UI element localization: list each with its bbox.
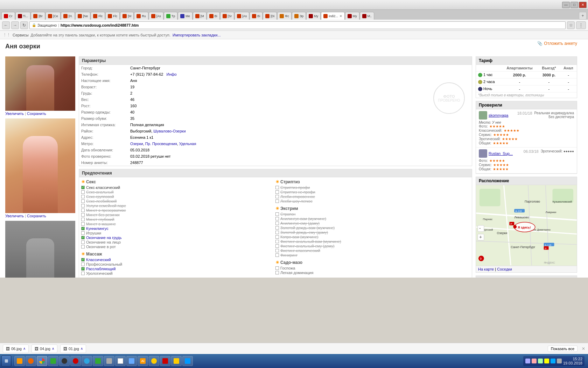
photo-3[interactable]: [5, 221, 75, 278]
review-2-overall-stars: Общая: ★★★★★: [479, 167, 539, 171]
param-metro: Метро: Озерки, Пр. Просвещения, Удельная: [79, 141, 472, 147]
tab-pj-h[interactable]: [H.: [61, 12, 75, 20]
pref-extreme-title: ☀ Экстрим: [275, 206, 470, 211]
tariff-row-2h: 2 часа - - -: [476, 79, 577, 86]
massage-relax-link[interactable]: Расслабляющий: [86, 267, 115, 271]
tab-flc2[interactable]: Flc: [105, 12, 120, 20]
pref-fisting-anal-f: Фистинг-анальный-ему (дому): [275, 244, 470, 248]
pref-fisting-classic: Фистинг-классический: [275, 248, 470, 253]
photo-2[interactable]: [5, 118, 75, 213]
save-2-link[interactable]: Сохранить: [27, 214, 46, 218]
tab-bi2[interactable]: Bi: [250, 12, 262, 20]
bookmark-btn[interactable]: ☆: [567, 21, 575, 29]
pref-finish-chest: Окончание на грудь: [81, 236, 275, 240]
save-1-link[interactable]: Сохранить: [27, 111, 46, 116]
tab-me[interactable]: Me: [178, 12, 192, 20]
photo-verified-stamp: ФОТО ПРОВЕРЕНО: [433, 82, 465, 114]
review-2-avatar: [479, 149, 487, 158]
tab-pj-m2[interactable]: [M: [193, 12, 206, 20]
params-header: Параметры: [79, 57, 472, 65]
minimize-btn[interactable]: —: [562, 2, 570, 8]
map-link[interactable]: На карте: [478, 267, 494, 271]
tab-active[interactable]: indi2...✕: [321, 12, 345, 20]
tariff-header: Тариф: [476, 57, 577, 65]
metro-link-3[interactable]: Удельная: [179, 142, 196, 146]
tab-flc1[interactable]: Flc: [91, 12, 105, 20]
address-bar[interactable]: 🔒 Защищено | https://www.rusdosug.com/in…: [29, 21, 566, 29]
pref-col-right: ☀ Стриптиз Стриптиз-профи Стриптиз не-пр…: [275, 179, 470, 278]
review-2: Ruslan_Sup... 06.03/18 Фото: ★★★★★ Серви…: [476, 148, 577, 173]
pref-sex-anal: Секс-анальный: [81, 190, 275, 194]
photo-1-links: Увеличить | Сохранить: [5, 111, 75, 116]
settings-btn[interactable]: ⋮: [576, 21, 586, 29]
pref-golden-m: Золотой дождь-вам (мужчине): [275, 226, 470, 230]
review-1-notes: Реальная индивидуалка Без диспетчера: [534, 111, 574, 145]
photo-1[interactable]: [5, 56, 75, 111]
massage-classic-link[interactable]: Классический: [86, 258, 111, 262]
forward-btn[interactable]: →: [11, 21, 19, 29]
cunnilingus-link[interactable]: Куннилингус: [86, 226, 108, 231]
close-btn[interactable]: ✕: [579, 2, 587, 8]
finish-chest-link[interactable]: Окончание на грудь: [86, 236, 121, 240]
svg-point-24: [513, 225, 517, 229]
tab-my1[interactable]: My: [306, 12, 321, 20]
enlarge-2-link[interactable]: Увеличить: [5, 214, 24, 218]
tab-bi[interactable]: Bi: [207, 12, 220, 20]
review-2-service-stars: Сервис: ★★★★★: [479, 163, 539, 167]
review-2-meta: Ruslan_Sup... 06.03/18: [479, 149, 539, 158]
param-chest: Грудь: 2: [79, 90, 472, 96]
tab-ru[interactable]: Ru: [134, 12, 148, 20]
preferences-grid: ☀ Секс Секс-классический Секс-анальный С…: [79, 177, 472, 278]
refresh-btn[interactable]: ↻: [20, 21, 28, 29]
time-dark-icon: [478, 87, 482, 91]
tab-fc[interactable]: Фс: [277, 12, 291, 20]
tab-pj-br[interactable]: [Br: [31, 12, 45, 20]
pref-sex: ☀ Секс Секс-классический Секс-анальный С…: [81, 179, 275, 249]
param-age: Возраст: 19: [79, 84, 472, 90]
massage-icon: ☀: [81, 252, 85, 257]
pref-sado-title: ☀ Садо-мазо: [275, 260, 470, 265]
tab-sr[interactable]: [Sr: [220, 12, 234, 20]
maximize-btn[interactable]: □: [570, 2, 578, 8]
pref-sex-couple: Услуги семейной паре: [81, 204, 275, 208]
param-updated: Дата обновления: 05.03.2018: [79, 147, 472, 153]
preferences-header: Предпочтения: [79, 169, 472, 177]
tab-pj-ne[interactable]: [Ne: [75, 12, 90, 20]
svg-text:9: 9: [480, 257, 482, 261]
tab-as[interactable]: [As: [149, 12, 163, 20]
phone-info-link[interactable]: Инфо: [167, 72, 177, 76]
back-btn[interactable]: ←: [2, 21, 10, 29]
tab-ti[interactable]: Ti...: [15, 12, 31, 20]
photo-block-3: [5, 221, 75, 278]
browser-titlebar: — □ ✕: [0, 0, 588, 10]
new-tab-btn[interactable]: +: [579, 12, 587, 20]
enlarge-1-link[interactable]: Увеличить: [5, 111, 24, 116]
svg-rect-7: [479, 189, 500, 206]
tab-cr[interactable]: Cr: [1, 12, 15, 20]
neighbors-link[interactable]: Соседки: [497, 267, 512, 271]
metro-link-2[interactable]: Пр. Просвещения: [145, 142, 177, 146]
district-link[interactable]: Шувалово-Озерки: [153, 129, 186, 133]
import-bookmarks-link[interactable]: Импортировать закладки...: [173, 33, 220, 37]
map-placeholder[interactable]: Парголово Кузьмоловский Парнас Левашово …: [476, 185, 577, 266]
review-2-name[interactable]: Ruslan_Sup...: [489, 151, 513, 156]
review-1-name[interactable]: skomnyaga: [489, 113, 508, 117]
services-link[interactable]: Сервисы: [13, 33, 29, 37]
svg-text:P: P: [545, 247, 547, 250]
tab-pj-ce[interactable]: [Ce: [46, 12, 61, 20]
svg-text:Я здесь!: Я здесь!: [518, 226, 531, 229]
reviews-header: Проверили: [476, 101, 577, 109]
tab-as2[interactable]: [As: [234, 12, 249, 20]
postpone-link[interactable]: 📎 Отложить анкету: [537, 41, 577, 46]
pref-sado: ☀ Садо-мазо Госпожа Легкая доминация: [275, 260, 470, 275]
metro-link-1[interactable]: Озерки: [130, 142, 143, 146]
tab-er[interactable]: Эр: [292, 12, 306, 20]
tab-di[interactable]: [Di: [263, 12, 277, 20]
review-2-date: 06.03/18: [524, 149, 539, 158]
tab-m3[interactable]: M..: [360, 12, 374, 20]
tab-my2[interactable]: My: [345, 12, 359, 20]
pref-finish-face: Окончание на лицо: [81, 240, 275, 244]
svg-rect-26: [478, 225, 484, 232]
tab-tp[interactable]: Tp: [164, 12, 178, 20]
tab-pj-m[interactable]: [M: [120, 12, 134, 20]
